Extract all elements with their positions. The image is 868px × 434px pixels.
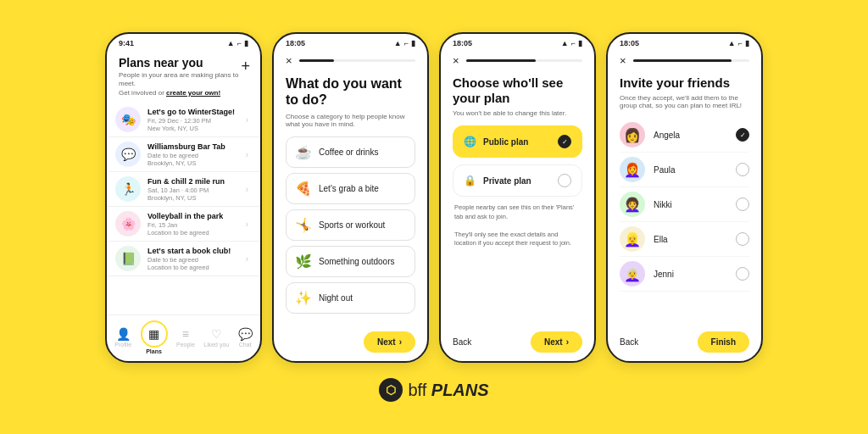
signal-icon: ▲ — [394, 39, 402, 47]
list-item[interactable]: 💬 Williamsburg Bar Tab Date to be agreed… — [107, 137, 260, 172]
phone3-body: Choose who'll see your plan You won't be… — [441, 70, 594, 326]
tab-label: People — [176, 342, 195, 348]
plan-description: People nearby can see this on their 'Pla… — [453, 203, 582, 248]
next-button[interactable]: Next › — [531, 331, 582, 353]
friend-name: Angela — [654, 131, 736, 140]
phone4-topbar: × — [608, 49, 761, 70]
chevron-right-icon: › — [246, 185, 248, 194]
wifi-icon: ⌐ — [237, 39, 242, 47]
close-button[interactable]: × — [620, 54, 626, 67]
branding: ⬡ bff PLANS — [379, 378, 488, 402]
next-label: Next — [377, 337, 396, 347]
category-icon: 🤸 — [295, 217, 312, 233]
event-name: Williamsburg Bar Tab — [147, 142, 246, 151]
event-detail: Date to be agreedBrooklyn, NY, US — [147, 152, 246, 167]
friends-list: 👩 Angela ✓ 👩‍🦰 Paula 👩‍🦱 Nikki 👱‍♀️ Ella… — [620, 118, 749, 292]
tab-icon: ♡ — [211, 327, 222, 341]
tab-label: Profile — [114, 342, 131, 348]
event-detail: Sat, 10 Jan · 4:00 PMBrooklyn, NY, US — [147, 186, 246, 202]
signal-icon: ▲ — [728, 39, 736, 47]
phone-2: 18:05 ▲ ⌐ ▮ × What do you want to do? Ch… — [272, 32, 429, 363]
event-detail: Fri, 15 JanLocation to be agreed — [147, 221, 246, 236]
tab-label: Chat — [239, 342, 252, 348]
phone4-footer: Back Finish — [608, 326, 761, 361]
wifi-icon: ⌐ — [738, 39, 743, 47]
phone3-sub: You won't be able to change this later. — [453, 109, 582, 117]
brand-suffix: PLANS — [431, 381, 489, 399]
phone3-time: 18:05 — [453, 39, 472, 47]
finish-button[interactable]: Finish — [698, 331, 749, 353]
wifi-icon: ⌐ — [571, 39, 576, 47]
phone3-heading: Choose who'll see your plan — [453, 75, 582, 106]
next-label: Next — [544, 337, 563, 347]
tab-plans[interactable]: ▦ Plans — [141, 320, 168, 354]
avatar: 👱‍♀️ — [620, 226, 645, 252]
event-text: Fun & chill 2 mile run Sat, 10 Jan · 4:0… — [147, 177, 246, 202]
phone1-title: Plans near you — [119, 56, 248, 70]
phone4-heading: Invite your friends — [620, 75, 749, 91]
category-icon: ☕ — [295, 144, 312, 160]
category-label: Coffee or drinks — [319, 147, 378, 157]
add-plan-button[interactable]: + — [241, 58, 250, 75]
avatar: 👩 — [620, 122, 645, 147]
chevron-right-icon: › — [246, 115, 248, 125]
list-item[interactable]: 📗 Let's start a book club! Date to be ag… — [107, 242, 260, 276]
event-name: Let's start a book club! — [147, 247, 246, 255]
lock-icon: 🔒 — [464, 175, 476, 186]
category-list: ☕ Coffee or drinks 🍕 Let's grab a bite 🤸… — [286, 136, 415, 314]
event-text: Volleyball in the park Fri, 15 JanLocati… — [147, 212, 246, 236]
next-button[interactable]: Next › — [364, 331, 415, 353]
list-item[interactable]: 🌸 Volleyball in the park Fri, 15 JanLoca… — [107, 207, 260, 242]
private-plan-option[interactable]: 🔒 Private plan — [453, 164, 582, 197]
battery-icon: ▮ — [244, 39, 248, 47]
battery-icon: ▮ — [745, 39, 749, 47]
friend-item[interactable]: 👱‍♀️ Ella — [620, 222, 749, 257]
chevron-right-icon: › — [246, 254, 248, 264]
friend-item[interactable]: 👩‍🦱 Nikki — [620, 187, 749, 222]
category-item[interactable]: ☕ Coffee or drinks — [286, 136, 415, 168]
progress-bar — [466, 59, 582, 62]
brand-prefix: bff — [408, 381, 426, 399]
phone3-topbar: × — [441, 49, 594, 70]
back-button[interactable]: Back — [453, 337, 471, 347]
public-plan-check: ✓ — [558, 135, 571, 148]
phone2-heading: What do you want to do? — [286, 75, 415, 108]
tab-profile[interactable]: 👤 Profile — [114, 327, 131, 348]
friend-item[interactable]: 👩‍🦰 Paula — [620, 153, 749, 187]
arrow-icon: › — [566, 337, 569, 347]
phones-container: 9:41 ▲ ⌐ ▮ Plans near you People in your… — [105, 32, 763, 363]
category-icon: ✨ — [295, 290, 312, 306]
tab-people[interactable]: ≡ People — [176, 327, 195, 348]
private-desc: They'll only see the exact details and l… — [454, 231, 571, 248]
category-icon: 🌿 — [295, 253, 312, 270]
private-plan-label: Private plan — [483, 176, 531, 186]
tab-chat[interactable]: 💬 Chat — [238, 327, 253, 348]
public-plan-label: Public plan — [483, 137, 528, 147]
friend-item[interactable]: 👩 Angela ✓ — [620, 118, 749, 153]
create-own-link[interactable]: create your own! — [166, 89, 220, 97]
category-item[interactable]: 🍕 Let's grab a bite — [286, 173, 415, 204]
tab-label: Liked you — [203, 342, 229, 348]
category-item[interactable]: 🌿 Something outdoors — [286, 246, 415, 277]
private-plan-check — [558, 174, 571, 187]
close-button[interactable]: × — [286, 54, 292, 67]
phone-4: 18:05 ▲ ⌐ ▮ × Invite your friends Once t… — [606, 32, 763, 363]
phone2-body: What do you want to do? Choose a categor… — [274, 70, 427, 326]
chevron-right-icon: › — [246, 220, 248, 229]
phone-3: 18:05 ▲ ⌐ ▮ × Choose who'll see your pla… — [439, 32, 596, 363]
phone4-time: 18:05 — [620, 39, 639, 47]
friend-item[interactable]: 👩‍🦳 Jenni — [620, 257, 749, 292]
public-plan-option[interactable]: 🌐 Public plan ✓ — [453, 125, 582, 158]
close-button[interactable]: × — [453, 54, 459, 67]
category-item[interactable]: ✨ Night out — [286, 282, 415, 314]
phone4-sub: Once they accept, we'll add them to the … — [620, 94, 749, 109]
tab-liked-you[interactable]: ♡ Liked you — [203, 327, 229, 348]
phone1-status-icons: ▲ ⌐ ▮ — [227, 39, 248, 47]
battery-icon: ▮ — [578, 39, 582, 47]
category-item[interactable]: 🤸 Sports or workout — [286, 209, 415, 241]
back-button[interactable]: Back — [620, 337, 638, 347]
progress-fill — [466, 59, 536, 62]
list-item[interactable]: 🎭 Let's go to WinterStage! Fri, 29 Dec ·… — [107, 103, 260, 137]
list-item[interactable]: 🏃 Fun & chill 2 mile run Sat, 10 Jan · 4… — [107, 172, 260, 207]
phone3-footer: Back Next › — [441, 326, 594, 361]
